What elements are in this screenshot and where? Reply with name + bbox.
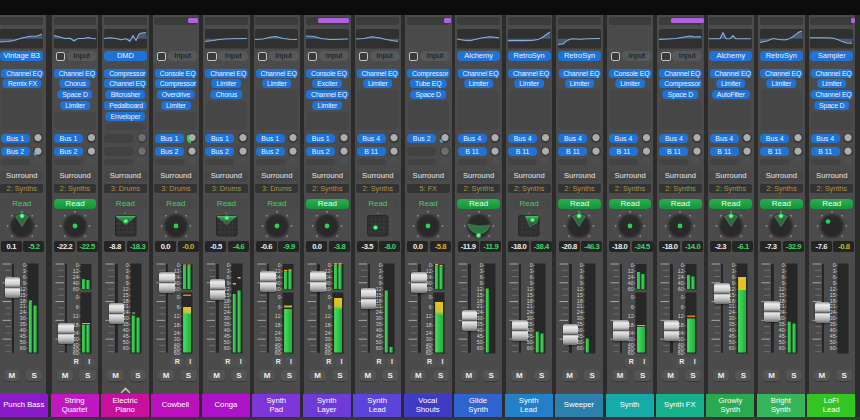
svg-text:18: 18: [325, 322, 331, 328]
svg-text:24: 24: [275, 330, 281, 336]
svg-text:24: 24: [628, 330, 634, 336]
svg-text:24: 24: [325, 330, 331, 336]
svg-text:6: 6: [177, 304, 180, 310]
svg-text:60: 60: [426, 286, 432, 292]
svg-text:18: 18: [628, 322, 634, 328]
svg-text:60: 60: [174, 286, 180, 292]
svg-text:60: 60: [174, 350, 180, 355]
svg-text:60: 60: [224, 345, 230, 351]
svg-text:6: 6: [277, 304, 280, 310]
svg-text:60: 60: [275, 286, 281, 292]
svg-text:60: 60: [73, 286, 79, 292]
svg-text:6: 6: [429, 304, 432, 310]
svg-text:60: 60: [73, 350, 79, 355]
svg-text:0: 0: [681, 294, 684, 300]
svg-text:12: 12: [275, 313, 281, 319]
svg-text:24: 24: [426, 330, 432, 336]
svg-text:60: 60: [577, 345, 583, 351]
svg-text:24: 24: [73, 330, 79, 336]
svg-text:60: 60: [527, 345, 533, 351]
svg-text:0: 0: [76, 294, 79, 300]
svg-text:18: 18: [678, 322, 684, 328]
svg-text:60: 60: [275, 350, 281, 355]
svg-text:6: 6: [328, 304, 331, 310]
svg-text:24: 24: [174, 330, 180, 336]
svg-text:12: 12: [678, 313, 684, 319]
svg-text:6: 6: [76, 304, 79, 310]
svg-text:18: 18: [174, 322, 180, 328]
svg-text:12: 12: [426, 313, 432, 319]
svg-text:0: 0: [631, 294, 634, 300]
svg-text:60: 60: [20, 345, 26, 351]
svg-text:6: 6: [681, 304, 684, 310]
svg-text:60: 60: [678, 286, 684, 292]
svg-text:12: 12: [174, 313, 180, 319]
svg-text:0: 0: [177, 294, 180, 300]
svg-text:60: 60: [325, 350, 331, 355]
svg-text:24: 24: [678, 330, 684, 336]
svg-text:0: 0: [328, 294, 331, 300]
svg-text:18: 18: [73, 322, 79, 328]
svg-text:60: 60: [325, 286, 331, 292]
svg-text:60: 60: [123, 345, 129, 351]
svg-text:18: 18: [426, 322, 432, 328]
svg-text:60: 60: [628, 350, 634, 355]
svg-text:60: 60: [678, 350, 684, 355]
svg-text:12: 12: [325, 313, 331, 319]
svg-text:60: 60: [426, 350, 432, 355]
svg-text:0: 0: [429, 294, 432, 300]
svg-text:12: 12: [73, 313, 79, 319]
svg-text:12: 12: [628, 313, 634, 319]
svg-text:60: 60: [476, 345, 482, 351]
svg-text:60: 60: [729, 345, 735, 351]
svg-text:60: 60: [779, 345, 785, 351]
svg-text:18: 18: [275, 322, 281, 328]
svg-text:6: 6: [631, 304, 634, 310]
svg-text:60: 60: [376, 345, 382, 351]
svg-text:60: 60: [628, 286, 634, 292]
svg-text:0: 0: [277, 294, 280, 300]
svg-text:60: 60: [830, 345, 836, 351]
